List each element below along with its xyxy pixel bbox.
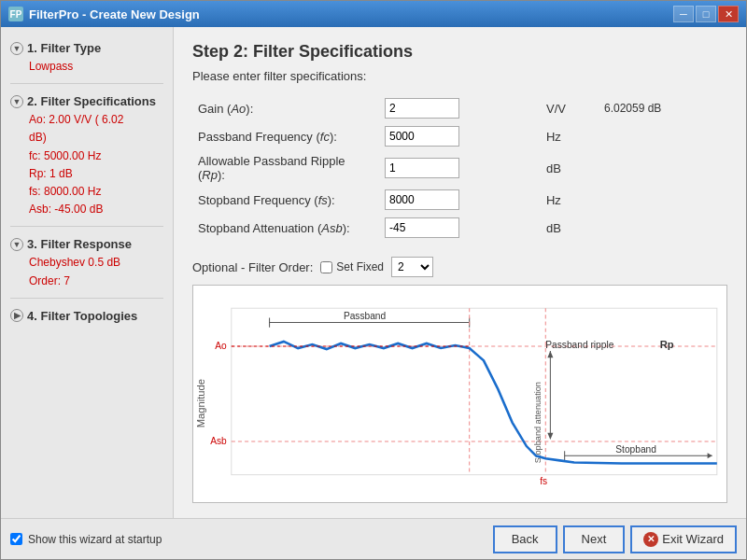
stopband-freq-input[interactable] [385, 189, 459, 210]
gain-unit: V/V [541, 94, 599, 122]
arrow-icon-3: ▼ [10, 238, 23, 251]
magnitude-label: Magnitude [195, 379, 206, 427]
content-area: ▼ 1. Filter Type Lowpass ▼ 2. Filter Spe… [1, 27, 746, 518]
filter-specs-form: Gain (Ao): V/V 6.02059 dB Passband Frequ… [192, 94, 727, 242]
asb-axis-label: Asb [210, 436, 227, 446]
divider-1 [10, 83, 163, 84]
optional-label: Optional - Filter Order: [192, 260, 313, 274]
passband-ripple-input-cell [379, 150, 541, 186]
sidebar-step1-label: 1. Filter Type [27, 41, 101, 55]
passband-bracket-label: Passband [344, 311, 387, 321]
passband-freq-unit: Hz [541, 122, 599, 150]
sidebar-step2-fc: fc: 5000.00 Hz [29, 147, 163, 165]
sidebar-header-filter-topologies[interactable]: ▶ 4. Filter Topologies [10, 306, 163, 326]
sidebar-step4-label: 4. Filter Topologies [27, 309, 137, 323]
sidebar-item-filter-response[interactable]: ▼ 3. Filter Response Chebyshev 0.5 dB Or… [1, 231, 173, 293]
fs-chart-label: fs [540, 476, 547, 486]
passband-ripple-input[interactable] [385, 158, 459, 178]
footer-left: Show this wizard at startup [10, 533, 162, 546]
next-button[interactable]: Next [563, 525, 626, 553]
sidebar-item-filter-type[interactable]: ▼ 1. Filter Type Lowpass [1, 35, 173, 79]
arrow-icon-4: ▶ [10, 309, 23, 322]
passband-freq-input[interactable] [385, 126, 459, 147]
order-select[interactable]: 2 3 4 5 6 7 [391, 257, 433, 277]
filter-chart: Magnitude Ao Asb Passband [192, 285, 727, 503]
stopband-atten-input-cell [379, 214, 541, 242]
gain-label: Gain (Ao): [192, 94, 379, 122]
step-subtitle: Please enter filter specifications: [192, 69, 727, 83]
window-controls: ─ □ ✕ [673, 6, 739, 22]
sidebar-step2-fs: fs: 8000.00 Hz [29, 183, 163, 201]
stopband-chart-label: Stopband [615, 444, 656, 455]
sidebar-item-filter-topologies[interactable]: ▶ 4. Filter Topologies [1, 302, 173, 329]
set-fixed-checkbox[interactable] [320, 261, 332, 273]
footer-buttons: Back Next ✕ Exit Wizard [493, 525, 737, 553]
window-title: FilterPro - Create New Design [29, 7, 200, 21]
stopband-atten-input[interactable] [385, 217, 459, 238]
gain-extra: 6.02059 dB [599, 94, 727, 122]
stopband-freq-label: Stopband Frequency (fs): [192, 186, 379, 214]
sidebar-item-filter-specifications[interactable]: ▼ 2. Filter Specifications Ao: 2.00 V/V … [1, 88, 173, 222]
rp-chart-label: Rp [660, 339, 674, 350]
exit-wizard-label: Exit Wizard [662, 532, 724, 546]
sidebar-step2-label: 2. Filter Specifications [27, 94, 156, 108]
sidebar-header-filter-type[interactable]: ▼ 1. Filter Type [10, 38, 163, 58]
ao-axis-label: Ao [215, 341, 227, 351]
back-button[interactable]: Back [493, 525, 557, 553]
sidebar-header-filter-specs[interactable]: ▼ 2. Filter Specifications [10, 91, 163, 111]
show-wizard-label: Show this wizard at startup [28, 533, 162, 546]
minimize-button[interactable]: ─ [673, 6, 694, 22]
title-bar-left: FP FilterPro - Create New Design [8, 7, 200, 21]
stopband-attenuation-label: Stopband attenuation [533, 382, 543, 463]
gain-input-cell [379, 94, 541, 122]
sidebar-step2-ao2: dB) [29, 129, 163, 147]
form-row-gain: Gain (Ao): V/V 6.02059 dB [192, 94, 727, 122]
divider-2 [10, 226, 163, 227]
title-bar: FP FilterPro - Create New Design ─ □ ✕ [1, 1, 746, 27]
sidebar-step2-asb: Asb: -45.00 dB [29, 201, 163, 218]
divider-3 [10, 298, 163, 299]
sidebar: ▼ 1. Filter Type Lowpass ▼ 2. Filter Spe… [1, 27, 174, 518]
exit-wizard-button[interactable]: ✕ Exit Wizard [630, 525, 737, 553]
set-fixed-label: Set Fixed [336, 260, 384, 273]
set-fixed-checkbox-group: Set Fixed [320, 260, 384, 273]
arrow-icon-1: ▼ [10, 42, 23, 55]
passband-ripple-chart-label: Passband ripple [545, 340, 613, 350]
maximize-button[interactable]: □ [696, 6, 716, 22]
footer: Show this wizard at startup Back Next ✕ … [1, 518, 746, 559]
close-button[interactable]: ✕ [718, 6, 739, 22]
step-title: Step 2: Filter Specifications [192, 42, 727, 62]
arrow-icon-2: ▼ [10, 95, 23, 108]
filter-chart-svg: Magnitude Ao Asb Passband [193, 286, 726, 502]
show-wizard-checkbox[interactable] [10, 533, 22, 545]
sidebar-step3-chebyshev: Chebyshev 0.5 dB [29, 254, 163, 272]
stopband-freq-unit: Hz [541, 186, 599, 214]
sidebar-step3-sub: Chebyshev 0.5 dB Order: 7 [10, 254, 163, 289]
form-row-passband-freq: Passband Frequency (fc): Hz [192, 122, 727, 150]
sidebar-step1-sub-0: Lowpass [29, 58, 163, 76]
passband-freq-input-cell [379, 122, 541, 150]
gain-input[interactable] [385, 98, 459, 119]
sidebar-step2-sub: Ao: 2.00 V/V ( 6.02 dB) fc: 5000.00 Hz R… [10, 111, 163, 218]
sidebar-step1-sub: Lowpass [10, 58, 163, 76]
passband-ripple-label: Allowable Passband Ripple(Rp): [192, 150, 379, 186]
passband-freq-label: Passband Frequency (fc): [192, 122, 379, 150]
sidebar-step3-label: 3. Filter Response [27, 237, 132, 251]
sidebar-step2-ao: Ao: 2.00 V/V ( 6.02 [29, 111, 163, 129]
optional-filter-order-row: Optional - Filter Order: Set Fixed 2 3 4… [192, 257, 727, 277]
sidebar-step3-order: Order: 7 [29, 273, 163, 290]
passband-ripple-unit: dB [541, 150, 599, 186]
sidebar-header-filter-response[interactable]: ▼ 3. Filter Response [10, 234, 163, 254]
stopband-freq-input-cell [379, 186, 541, 214]
form-row-stopband-freq: Stopband Frequency (fs): Hz [192, 186, 727, 214]
form-row-passband-ripple: Allowable Passband Ripple(Rp): dB [192, 150, 727, 186]
stopband-atten-unit: dB [541, 214, 599, 242]
sidebar-step2-rp: Rp: 1 dB [29, 165, 163, 183]
main-panel: Step 2: Filter Specifications Please ent… [174, 27, 746, 518]
main-window: FP FilterPro - Create New Design ─ □ ✕ ▼… [0, 0, 747, 560]
app-icon: FP [8, 7, 23, 21]
stopband-atten-label: Stopband Attenuation (Asb): [192, 214, 379, 242]
form-row-stopband-atten: Stopband Attenuation (Asb): dB [192, 214, 727, 242]
exit-icon: ✕ [643, 532, 658, 547]
